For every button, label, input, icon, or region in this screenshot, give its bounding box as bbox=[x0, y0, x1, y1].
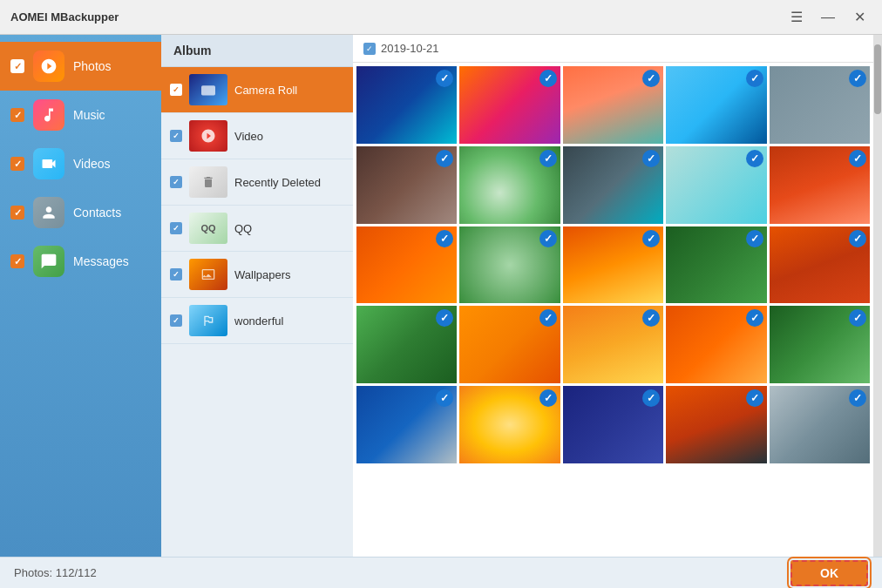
sidebar-item-messages[interactable]: Messages bbox=[0, 237, 161, 286]
photo-cell-22[interactable]: ✓ bbox=[459, 386, 560, 463]
album-name-camera-roll: Camera Roll bbox=[234, 84, 344, 97]
sidebar-item-photos[interactable]: Photos bbox=[0, 42, 161, 91]
album-thumb-qq: QQ bbox=[189, 213, 227, 244]
scrollbar[interactable] bbox=[873, 35, 882, 557]
photo-check-19[interactable]: ✓ bbox=[746, 309, 763, 327]
photo-cell-1[interactable]: ✓ bbox=[356, 66, 457, 144]
album-name-qq: QQ bbox=[234, 222, 344, 235]
photo-cell-11[interactable]: ✓ bbox=[356, 226, 457, 304]
album-thumb-wonderful bbox=[189, 305, 227, 336]
album-thumb-video bbox=[189, 120, 227, 152]
sidebar-label-videos: Videos bbox=[73, 157, 111, 171]
album-checkbox-wallpapers[interactable] bbox=[170, 268, 182, 280]
photo-check-2[interactable]: ✓ bbox=[539, 70, 557, 87]
photo-check-17[interactable]: ✓ bbox=[539, 309, 557, 327]
scrollbar-thumb[interactable] bbox=[874, 44, 881, 114]
photo-check-8[interactable]: ✓ bbox=[642, 150, 660, 167]
photo-check-4[interactable]: ✓ bbox=[746, 70, 763, 87]
photo-cell-16[interactable]: ✓ bbox=[356, 306, 457, 383]
sidebar-item-contacts[interactable]: Contacts bbox=[0, 188, 161, 237]
photo-check-7[interactable]: ✓ bbox=[539, 150, 557, 167]
svg-point-1 bbox=[206, 88, 211, 93]
photo-cell-25[interactable]: ✓ bbox=[770, 386, 870, 463]
ok-button[interactable]: OK bbox=[790, 560, 868, 586]
photo-grid-header: 2019-10-21 bbox=[353, 35, 873, 63]
album-name-video: Video bbox=[234, 130, 344, 143]
photo-cell-17[interactable]: ✓ bbox=[459, 306, 560, 383]
photo-cell-24[interactable]: ✓ bbox=[666, 386, 766, 463]
photo-cell-20[interactable]: ✓ bbox=[770, 306, 870, 383]
album-item-video[interactable]: Video bbox=[161, 113, 353, 159]
photo-cell-8[interactable]: ✓ bbox=[563, 146, 663, 224]
album-checkbox-qq[interactable] bbox=[170, 222, 182, 234]
close-btn[interactable]: ✕ bbox=[847, 5, 872, 30]
photo-cell-15[interactable]: ✓ bbox=[770, 226, 870, 304]
window-controls: ☰ — ✕ bbox=[784, 5, 872, 30]
photo-cell-9[interactable]: ✓ bbox=[666, 146, 766, 224]
photo-check-10[interactable]: ✓ bbox=[849, 150, 866, 167]
photo-cell-2[interactable]: ✓ bbox=[459, 66, 560, 144]
album-checkbox-recently-deleted[interactable] bbox=[170, 176, 182, 188]
album-item-qq[interactable]: QQ QQ bbox=[161, 206, 353, 252]
photo-cell-12[interactable]: ✓ bbox=[459, 226, 560, 304]
album-item-wonderful[interactable]: wonderful bbox=[161, 298, 353, 344]
photo-check-24[interactable]: ✓ bbox=[746, 389, 763, 407]
sidebar-checkbox-music[interactable] bbox=[10, 108, 24, 122]
photo-check-13[interactable]: ✓ bbox=[642, 230, 660, 247]
sidebar-label-music: Music bbox=[73, 108, 105, 122]
photo-check-14[interactable]: ✓ bbox=[746, 230, 763, 247]
sidebar-checkbox-messages[interactable] bbox=[10, 254, 24, 268]
contacts-icon bbox=[33, 197, 64, 228]
app-title: AOMEI MBackupper bbox=[10, 10, 784, 24]
album-item-camera-roll[interactable]: Camera Roll bbox=[161, 67, 353, 113]
photo-cell-23[interactable]: ✓ bbox=[563, 386, 663, 463]
album-checkbox-video[interactable] bbox=[170, 130, 182, 142]
photo-cell-21[interactable]: ✓ bbox=[356, 386, 457, 463]
photo-cell-18[interactable]: ✓ bbox=[563, 306, 663, 383]
sidebar-label-messages: Messages bbox=[73, 254, 129, 268]
album-list: Camera Roll Video Recently Deleted bbox=[161, 67, 353, 557]
music-icon bbox=[33, 99, 64, 131]
status-text: Photos: 112/112 bbox=[14, 566, 97, 579]
photo-check-15[interactable]: ✓ bbox=[849, 230, 866, 247]
photo-cell-3[interactable]: ✓ bbox=[563, 66, 663, 144]
photo-check-12[interactable]: ✓ bbox=[539, 230, 557, 247]
photo-grid: ✓✓✓✓✓✓✓✓✓✓✓✓✓✓✓✓✓✓✓✓✓✓✓✓✓ bbox=[353, 63, 873, 557]
sidebar-label-photos: Photos bbox=[73, 59, 112, 73]
sidebar-checkbox-videos[interactable] bbox=[10, 157, 24, 171]
photo-cell-14[interactable]: ✓ bbox=[666, 226, 766, 304]
photo-grid-panel: 2019-10-21 ✓✓✓✓✓✓✓✓✓✓✓✓✓✓✓✓✓✓✓✓✓✓✓✓✓ bbox=[353, 35, 873, 557]
sidebar-item-videos[interactable]: Videos bbox=[0, 139, 161, 188]
photo-check-9[interactable]: ✓ bbox=[746, 150, 763, 167]
photo-cell-13[interactable]: ✓ bbox=[563, 226, 663, 304]
list-view-btn[interactable]: ☰ bbox=[784, 5, 809, 30]
photo-check-25[interactable]: ✓ bbox=[849, 389, 866, 407]
date-label: 2019-10-21 bbox=[381, 42, 439, 55]
photo-cell-4[interactable]: ✓ bbox=[666, 66, 766, 144]
photo-cell-6[interactable]: ✓ bbox=[356, 146, 457, 224]
photo-check-11[interactable]: ✓ bbox=[436, 230, 453, 247]
app-body: Photos Music Videos Contacts bbox=[0, 35, 882, 557]
album-checkbox-camera-roll[interactable] bbox=[170, 84, 182, 96]
photo-cell-19[interactable]: ✓ bbox=[666, 306, 766, 383]
album-thumb-camera-roll bbox=[189, 74, 227, 105]
photos-icon bbox=[33, 51, 64, 82]
photo-cell-7[interactable]: ✓ bbox=[459, 146, 560, 224]
sidebar-checkbox-contacts[interactable] bbox=[10, 206, 24, 220]
photo-check-5[interactable]: ✓ bbox=[849, 70, 866, 87]
album-checkbox-wonderful[interactable] bbox=[170, 314, 182, 327]
sidebar-label-contacts: Contacts bbox=[73, 206, 121, 220]
date-checkbox[interactable] bbox=[363, 43, 376, 55]
sidebar-checkbox-photos[interactable] bbox=[10, 59, 24, 73]
sidebar-item-music[interactable]: Music bbox=[0, 91, 161, 139]
album-thumb-wallpapers bbox=[189, 259, 227, 290]
album-item-wallpapers[interactable]: Wallpapers bbox=[161, 252, 353, 298]
photo-check-22[interactable]: ✓ bbox=[539, 389, 557, 407]
album-panel: Album Camera Roll Video bbox=[161, 35, 353, 557]
album-thumb-recently-deleted bbox=[189, 166, 227, 198]
photo-cell-5[interactable]: ✓ bbox=[770, 66, 870, 144]
album-item-recently-deleted[interactable]: Recently Deleted bbox=[161, 159, 353, 206]
sidebar: Photos Music Videos Contacts bbox=[0, 35, 161, 557]
minimize-btn[interactable]: — bbox=[816, 5, 840, 30]
photo-cell-10[interactable]: ✓ bbox=[770, 146, 870, 224]
